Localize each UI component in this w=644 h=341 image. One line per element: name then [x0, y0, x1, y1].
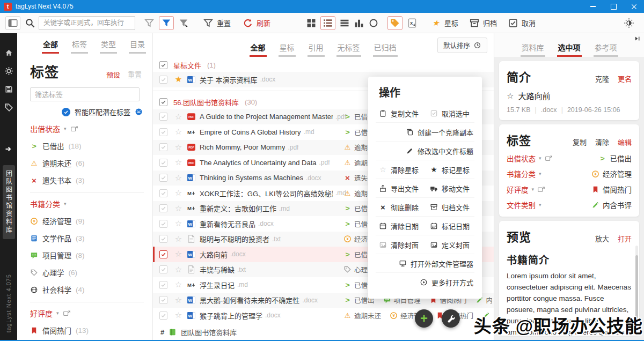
- menu-item[interactable]: ☆清除星标: [379, 165, 430, 175]
- star-outline-icon[interactable]: ☆: [174, 143, 183, 152]
- checkbox[interactable]: [159, 235, 167, 243]
- menu-item[interactable]: 归档文件: [430, 202, 470, 212]
- tab-item[interactable]: 类型: [100, 33, 117, 54]
- forward-icon[interactable]: [634, 35, 641, 42]
- star-outline-icon[interactable]: ☆: [174, 173, 183, 183]
- close-button[interactable]: [624, 0, 644, 13]
- checkbox[interactable]: [159, 143, 167, 151]
- checkbox[interactable]: [159, 281, 167, 289]
- action-link[interactable]: 更名: [618, 73, 632, 84]
- tag-value[interactable]: ¥经济管理: [591, 168, 632, 179]
- tag-item[interactable]: >已借出(18): [30, 140, 144, 151]
- file-tag[interactable]: ⚠逾期未还: [343, 310, 381, 321]
- tab-item[interactable]: 无标签: [336, 36, 361, 57]
- star-outline-icon[interactable]: ☆: [174, 265, 183, 275]
- menu-item[interactable]: 创建一个克隆副本: [376, 127, 474, 137]
- tag-item[interactable]: ⚠逾期未还(6): [30, 158, 144, 168]
- refresh-button[interactable]: 刷新: [243, 18, 270, 28]
- menu-item[interactable]: 导出文件: [379, 183, 430, 194]
- menu-item[interactable]: 复制文件: [379, 108, 430, 118]
- filter-clear-icon[interactable]: [178, 18, 189, 28]
- star-outline-icon[interactable]: ☆: [174, 280, 183, 290]
- checkbox[interactable]: [159, 128, 167, 136]
- menu-item[interactable]: 移动文件: [430, 183, 470, 194]
- minimize-button[interactable]: [583, 0, 603, 13]
- checkbox[interactable]: [159, 159, 167, 167]
- tag-category[interactable]: 好评度▾: [507, 184, 545, 195]
- checkbox[interactable]: [159, 76, 167, 84]
- menu-item[interactable]: ×彻底删除: [379, 202, 430, 212]
- menu-item[interactable]: 修改选中文件标题: [376, 146, 474, 156]
- save-icon[interactable]: [4, 85, 13, 94]
- star-outline-icon[interactable]: ☆: [174, 204, 183, 213]
- arrow-right-icon[interactable]: [4, 145, 13, 153]
- menu-item[interactable]: 标记日期: [430, 221, 470, 231]
- tag-category[interactable]: 出借状态▾: [507, 153, 553, 164]
- checkbox[interactable]: [159, 296, 167, 304]
- tab-item[interactable]: 已归档: [373, 36, 398, 57]
- tag-reset-link[interactable]: 重置: [128, 69, 142, 79]
- menu-item[interactable]: 清除封面: [379, 240, 430, 250]
- tab-item[interactable]: 全部: [42, 33, 59, 54]
- star-outline-icon[interactable]: ☆: [174, 188, 183, 198]
- checkbox[interactable]: [159, 61, 167, 69]
- library-vertical-title[interactable]: 团队图书馆资料库: [3, 165, 15, 239]
- tag-item[interactable]: ¥经济管理(9): [30, 216, 144, 226]
- tag-batch-button[interactable]: [387, 16, 402, 30]
- tag-item[interactable]: 文学作品(3): [30, 233, 144, 243]
- checkbox[interactable]: [159, 265, 167, 273]
- preset-link[interactable]: 预设: [106, 69, 120, 79]
- filter-active-button[interactable]: [159, 16, 174, 30]
- tag-item[interactable]: 心理学(6): [30, 267, 144, 278]
- tag-category[interactable]: 文件类别▾: [507, 199, 541, 210]
- brightness-icon[interactable]: [624, 18, 634, 28]
- menu-item[interactable]: 更多打开方式: [376, 277, 474, 287]
- tag-item[interactable]: 社会科学(4): [30, 284, 144, 295]
- star-outline-icon[interactable]: ☆: [174, 127, 183, 137]
- tag-section-header[interactable]: 好评度▾: [30, 308, 144, 318]
- file-star-icon[interactable]: ☆: [507, 91, 514, 101]
- tab-item[interactable]: 资料库: [521, 36, 545, 57]
- checkbox[interactable]: [159, 113, 167, 121]
- tag-item[interactable]: 项目管理(8): [30, 250, 144, 261]
- star-outline-icon[interactable]: ☆: [174, 112, 183, 122]
- star-outline-icon[interactable]: ☆: [174, 158, 183, 167]
- action-link[interactable]: 复制: [573, 137, 587, 147]
- panel-toggle-button[interactable]: [5, 16, 20, 30]
- star-outline-icon[interactable]: ☆: [174, 249, 183, 259]
- tools-button[interactable]: [442, 309, 460, 328]
- menu-item[interactable]: 清除日期: [379, 221, 430, 231]
- tab-item[interactable]: 标签: [71, 33, 88, 54]
- maximize-button[interactable]: [603, 0, 624, 13]
- action-link[interactable]: 编辑: [618, 137, 632, 147]
- menu-item[interactable]: 打开外部文件管理器: [376, 258, 474, 269]
- tag-section-header[interactable]: 出借状态▾: [30, 123, 144, 134]
- checkbox[interactable]: [159, 312, 167, 320]
- checkbox[interactable]: [159, 250, 167, 258]
- checkbox[interactable]: [159, 98, 167, 106]
- tag-category[interactable]: 书籍分类▾: [507, 168, 541, 179]
- file-group-header[interactable]: 星标文件(1): [153, 58, 494, 72]
- tab-item[interactable]: 引用: [308, 36, 325, 57]
- tab-item[interactable]: 星标: [279, 36, 296, 57]
- menu-item[interactable]: 取消选中: [430, 108, 470, 118]
- archive-button[interactable]: 归档: [469, 18, 497, 28]
- home-icon[interactable]: [4, 48, 13, 57]
- sort-button[interactable]: 默认排序: [437, 38, 487, 53]
- menu-item[interactable]: ★标记星标: [430, 165, 470, 175]
- tab-item[interactable]: 目录: [129, 33, 146, 54]
- column-view-icon[interactable]: [354, 18, 364, 28]
- tab-item[interactable]: 参考项: [594, 36, 618, 57]
- star-outline-icon[interactable]: ☆: [174, 219, 183, 228]
- tag-value[interactable]: >已借出: [599, 153, 632, 164]
- star-button[interactable]: ★ 星标: [430, 18, 458, 28]
- smart-globe-icon[interactable]: [135, 108, 143, 116]
- action-link[interactable]: 放大: [595, 233, 609, 243]
- tag-filter-input[interactable]: [30, 87, 140, 101]
- action-link[interactable]: 克隆: [595, 73, 609, 84]
- action-link[interactable]: 清除: [595, 137, 609, 147]
- star-outline-icon[interactable]: ☆: [174, 234, 183, 244]
- checkbox[interactable]: [159, 204, 167, 212]
- circle-view-icon[interactable]: [368, 18, 379, 28]
- cancel-button[interactable]: 取消: [508, 18, 536, 28]
